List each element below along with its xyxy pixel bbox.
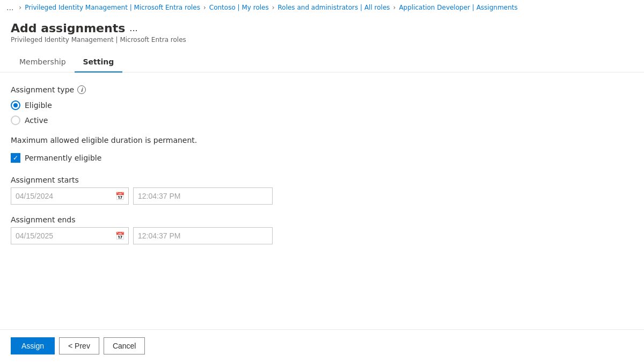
assignment-starts-time-input[interactable] [133, 187, 273, 205]
breadcrumb-item-2[interactable]: Roles and administrators | All roles [278, 4, 390, 11]
tabs-bar: Membership Setting [0, 52, 644, 73]
breadcrumb-sep-2: › [272, 4, 275, 11]
active-radio-input[interactable] [11, 115, 20, 125]
eligible-duration-info: Maximum allowed eligible duration is per… [11, 136, 633, 144]
tab-membership[interactable]: Membership [11, 52, 75, 73]
assignment-starts-group: Assignment starts 📅 [11, 176, 633, 205]
cancel-button[interactable]: Cancel [104, 337, 145, 354]
breadcrumb-sep-1: › [203, 4, 206, 11]
assignment-starts-date-input[interactable] [11, 187, 129, 205]
permanently-eligible-checkbox-item[interactable]: Permanently eligible [11, 153, 633, 163]
active-radio-label: Active [25, 116, 48, 125]
eligible-radio-input[interactable] [11, 100, 20, 110]
prev-button[interactable]: < Prev [59, 337, 99, 354]
tab-setting[interactable]: Setting [75, 52, 123, 73]
assign-button[interactable]: Assign [11, 337, 55, 354]
eligible-radio-label: Eligible [25, 101, 52, 110]
active-radio-item[interactable]: Active [11, 115, 633, 125]
permanently-eligible-checkbox[interactable] [11, 153, 20, 163]
breadcrumb-item-3[interactable]: Application Developer | Assignments [399, 4, 517, 11]
breadcrumb: ... › Privileged Identity Management | M… [0, 0, 644, 15]
breadcrumb-sep-0: › [19, 4, 21, 11]
breadcrumb-item-1[interactable]: Contoso | My roles [209, 4, 269, 11]
assignment-type-radio-group: Eligible Active [11, 100, 633, 125]
page-title: Add assignments [11, 21, 125, 35]
main-content: Assignment type i Eligible Active Maximu… [0, 73, 644, 329]
permanently-eligible-label: Permanently eligible [25, 154, 101, 162]
assignment-type-info-icon[interactable]: i [77, 85, 86, 94]
assignment-starts-date-wrapper: 📅 [11, 187, 129, 205]
assignment-ends-time-input[interactable] [133, 227, 273, 244]
page-title-more-icon[interactable]: ... [129, 23, 137, 33]
assignment-ends-date-wrapper: 📅 [11, 227, 129, 244]
footer: Assign < Prev Cancel [0, 329, 644, 362]
page-header: Add assignments ... Privileged Identity … [0, 15, 644, 48]
assignment-ends-date-input[interactable] [11, 227, 129, 244]
assignment-type-label: Assignment type i [11, 85, 633, 94]
eligible-radio-item[interactable]: Eligible [11, 100, 633, 110]
assignment-ends-group: Assignment ends 📅 [11, 215, 633, 244]
page-subtitle: Privileged Identity Management | Microso… [11, 36, 633, 44]
breadcrumb-dots[interactable]: ... [6, 3, 13, 12]
assignment-starts-label: Assignment starts [11, 176, 633, 184]
assignment-ends-label: Assignment ends [11, 215, 633, 224]
breadcrumb-item-0[interactable]: Privileged Identity Management | Microso… [25, 4, 200, 11]
breadcrumb-sep-3: › [393, 4, 396, 11]
